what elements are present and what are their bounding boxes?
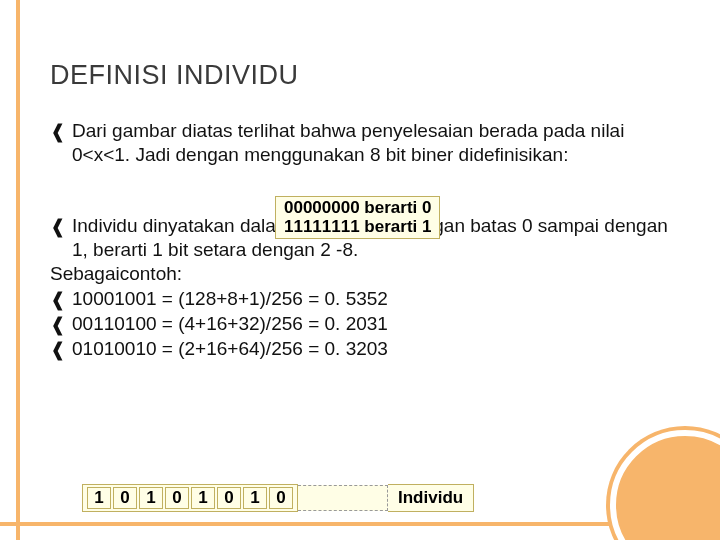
bits-gap [298,485,388,511]
bit-cell: 1 [243,487,267,509]
bullet-glyph-icon: ❰ [50,119,66,168]
bit-cell: 0 [217,487,241,509]
accent-corner-circle [610,430,720,540]
bit-cell: 0 [269,487,293,509]
bullet-text: 00110100 = (4+16+32)/256 = 0. 2031 [72,312,680,337]
accent-rail-left [16,0,20,540]
individu-bitstring: 1 0 1 0 1 0 1 0 Individu [82,484,474,512]
bit-cell: 0 [113,487,137,509]
definition-box: 00000000 berarti 0 11111111 berarti 1 [275,196,440,239]
definition-line-2: 11111111 berarti 1 [284,218,431,237]
bullet-glyph-icon: ❰ [50,214,66,263]
bit-cell: 0 [165,487,189,509]
bit-cell: 1 [87,487,111,509]
bullet-item: ❰ Dari gambar diatas terlihat bahwa peny… [50,119,680,168]
plain-line: Sebagaicontoh: [50,262,680,286]
bits-outer: 1 0 1 0 1 0 1 0 [82,484,298,512]
body-text: ❰ Dari gambar diatas terlihat bahwa peny… [50,119,680,363]
definition-line-1: 00000000 berarti 0 [284,199,431,218]
bit-cell: 1 [191,487,215,509]
bullet-item: ❰ 10001001 = (128+8+1)/256 = 0. 5352 [50,287,680,312]
bullet-glyph-icon: ❰ [50,312,66,337]
bullet-text: 10001001 = (128+8+1)/256 = 0. 5352 [72,287,680,312]
bullet-text: 01010010 = (2+16+64)/256 = 0. 3203 [72,337,680,362]
bullet-item: ❰ 01010010 = (2+16+64)/256 = 0. 3203 [50,337,680,362]
bullet-text: Dari gambar diatas terlihat bahwa penyel… [72,119,680,168]
bullet-item: ❰ 00110100 = (4+16+32)/256 = 0. 2031 [50,312,680,337]
slide-title: DEFINISI INDIVIDU [50,60,680,91]
bits-label: Individu [388,484,474,512]
slide: DEFINISI INDIVIDU ❰ Dari gambar diatas t… [0,0,720,540]
bit-cell: 1 [139,487,163,509]
bullet-glyph-icon: ❰ [50,287,66,312]
bullet-glyph-icon: ❰ [50,337,66,362]
